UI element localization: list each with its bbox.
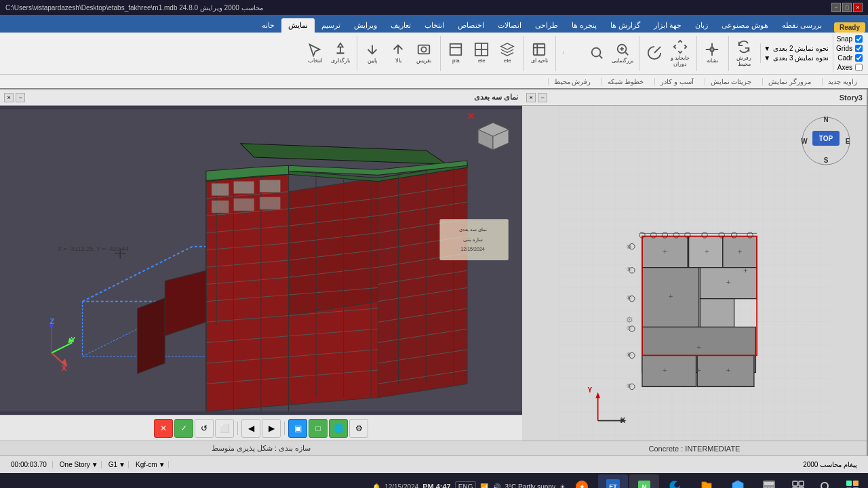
svg-text:X = -3112.25, Y = -420.44: X = -3112.25, Y = -420.44 [58,245,129,252]
tab-ekhtesas[interactable]: اختصاص [451,18,491,33]
3d-ok-btn[interactable]: ✓ [174,419,193,438]
right-panel-controls[interactable]: − × [4,93,25,102]
window-controls[interactable]: − □ × [831,3,863,12]
right-panel-x-close[interactable]: × [467,109,475,123]
tb2-snap-grid: آسب و کادر [654,78,699,85]
maximize-button[interactable]: □ [842,3,852,12]
zoom-100-button[interactable]: 100 [559,37,583,70]
axes-toggle[interactable]: Axes [836,64,863,71]
taskbar-app2[interactable]: ✦ [567,474,597,488]
toolbar-section-labels: زاویه جدید مرورگر نمایش جزیئات نمایش آسب… [0,75,868,89]
3d-building-svg: نمای سه بعدی سازه بتنی 12/15/2024 X = -3… [0,106,522,415]
3d-back-btn[interactable]: ◀ [241,419,260,438]
rotate-button[interactable] [642,37,667,70]
tab-naqsheh[interactable]: ترسیم [315,18,347,33]
story-selector[interactable]: One Story ▼ [57,461,102,468]
notification-btn[interactable]: 🔔 [372,483,380,489]
region-group: ناحیه ای [524,36,554,71]
display-toggles: Snap Grids Cadr Axes [833,34,865,73]
right-panel-close-btn[interactable]: × [4,93,14,102]
grid-selector[interactable]: G1 ▼ [106,461,129,468]
refresh-button[interactable]: رفرش محیط [732,37,756,70]
close-button[interactable]: × [853,3,863,12]
tab-tarahi[interactable]: طراحی [528,18,565,33]
floor-plan-canvas[interactable]: TOP N S E W [522,106,867,441]
up-button[interactable]: بالا [386,37,410,70]
language-indicator[interactable]: ENG [455,481,477,489]
jabejayee-button[interactable]: جابجاید و دوران [668,37,692,70]
tb2-left: زاویه جدید مرورگر نمایش جزیئات نمایش آسب… [548,78,863,85]
tab-housh[interactable]: هوش مصنوعی [715,18,775,33]
capture-button[interactable]: نقریس [412,37,436,70]
svg-rect-128 [212,201,229,213]
tab-namayesh[interactable]: نمایش [281,18,315,33]
down-button[interactable]: پایین [360,37,384,70]
svg-line-6 [600,56,603,58]
taskbar-edge[interactable] [660,474,690,488]
region-button[interactable]: ناحیه ای [527,37,551,70]
svg-rect-125 [212,184,229,196]
3d-frame-btn[interactable]: ⬜ [215,419,234,438]
view-mode-2d-dropdown[interactable]: نحوه نمایش 2 بعدی ▼ [764,45,829,52]
plan-button[interactable]: pla [443,37,468,70]
taskview-button[interactable] [785,474,811,488]
tab-tarrif[interactable]: تعاریف [384,18,418,33]
tab-ettesal[interactable]: اتصالات [491,18,528,33]
panel-minimize-btn[interactable]: − [538,93,547,102]
svg-text:⑨: ⑨ [627,266,631,272]
zoom-in-button[interactable]: بزرگنمایی [610,37,635,70]
tab-entekhab[interactable]: انتخاب [418,18,451,33]
3d-view-canvas[interactable]: نمای سه بعدی سازه بتنی 12/15/2024 X = -3… [0,106,522,415]
tab-zaban[interactable]: زبان [688,18,715,33]
right-panel-minimize-btn[interactable]: − [16,93,25,102]
svg-text:N: N [642,484,646,488]
3d-button[interactable]: ele [495,37,519,70]
search-button[interactable] [812,474,838,488]
volume-icon[interactable]: 🔊 [492,483,500,489]
refresh-group: رفرش محیط [728,36,759,71]
3d-globe-btn[interactable]: 🌐 [329,419,348,438]
svg-rect-164 [764,482,774,485]
floor-plan-view[interactable]: TOP N S E W [522,106,867,441]
tab-khaneh[interactable]: خانه [255,18,281,33]
view-cube[interactable] [475,113,515,153]
tb2-display-details: جزیئات نمایش [705,78,757,85]
taskbar-security[interactable] [723,474,753,488]
3d-settings-btn[interactable]: ⚙ [349,419,368,438]
ready-badge: Ready [834,22,865,33]
3d-refresh-btn[interactable]: ↺ [195,419,214,438]
load-button[interactable]: بارگذاری [328,37,353,70]
snap-toggle[interactable]: Snap [836,35,863,43]
3d-forward-btn[interactable]: ▶ [262,419,281,438]
svg-text:12/15/2024: 12/15/2024 [460,247,484,252]
ele-button[interactable]: ele [469,37,494,70]
3d-select-box-btn[interactable]: ▣ [288,419,307,438]
panel-close-btn[interactable]: × [526,93,536,102]
left-panel: Story3 − × TOP N S [522,89,868,455]
3d-cancel-btn[interactable]: ✕ [154,419,173,438]
select-button[interactable]: انتخاب [302,37,327,70]
tab-virayesh[interactable]: ویرایش [347,18,384,33]
taskbar-etabs[interactable]: ET [598,474,628,488]
view-mode-3d-dropdown[interactable]: نحوه نمایش 3 بعدی ▼ [764,54,829,62]
zoom-all-button[interactable] [585,37,609,70]
panel-controls[interactable]: − × [526,93,547,102]
neshane-button[interactable]: نشانه [700,37,724,70]
tab-gozaresh[interactable]: گزارش ها [604,18,647,33]
cadr-toggle[interactable]: Cadr [836,54,863,62]
minimize-button[interactable]: − [831,3,841,12]
grid-toggle[interactable]: Grids [836,45,863,52]
svg-point-157 [821,483,828,488]
taskbar-calculator[interactable] [754,474,784,488]
floor-plan-svg: + + + + + + + + + + [522,106,867,441]
taskbar-files[interactable] [692,474,722,488]
tab-toolbar[interactable]: جهة ابزار [647,18,688,33]
tab-panjareh[interactable]: پنجره ها [565,18,604,33]
tab-rasim[interactable]: بررسی نقطه [775,18,829,33]
unit-selector[interactable]: Kgf-cm ▼ [133,461,168,468]
taskbar-system-tray: ☀ 3°C Partly sunny 🔊 📶 ENG 4:47 PM 12/15… [372,481,566,489]
start-button[interactable] [840,474,865,488]
3d-box-btn[interactable]: □ [309,419,328,438]
taskbar-app1[interactable]: N [629,474,659,488]
network-icon[interactable]: 📶 [480,483,488,489]
